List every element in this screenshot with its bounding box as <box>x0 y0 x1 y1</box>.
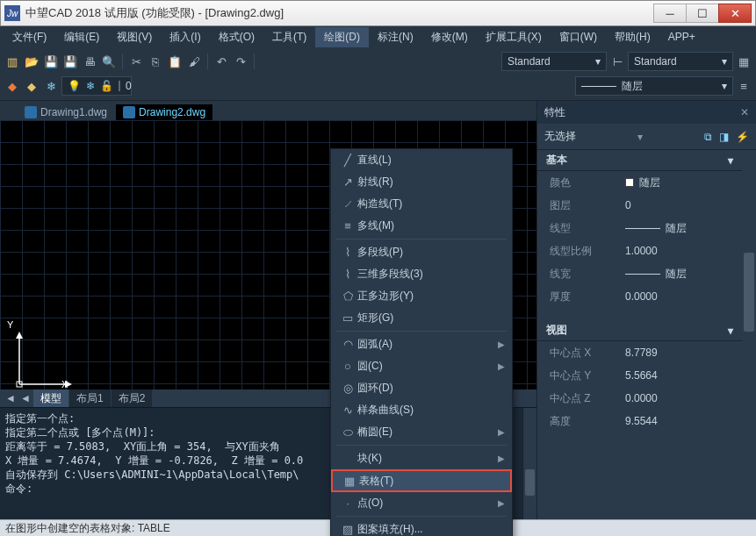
bylayer-label: 随层 <box>622 79 643 94</box>
panel-close-icon[interactable]: ✕ <box>740 106 749 118</box>
menu-item-label: 圆(C) <box>357 359 498 374</box>
layer-freeze-icon[interactable]: ❄ <box>42 77 60 95</box>
prop-key: 颜色 <box>537 175 625 190</box>
select-objects-icon[interactable]: ◨ <box>719 131 729 143</box>
cut-icon[interactable]: ✂ <box>127 53 145 70</box>
quick-select-icon[interactable]: ⧉ <box>704 131 712 143</box>
menu-item[interactable]: 文件(F) <box>4 27 55 47</box>
layer-icon[interactable]: ◆ <box>4 77 21 95</box>
menu-item[interactable]: ⌇多段线(P) <box>331 241 512 263</box>
property-row[interactable]: 线型比例1.0000 <box>537 239 742 262</box>
menu-item[interactable]: 格式(O) <box>210 27 263 47</box>
menu-item[interactable]: ▦表格(T) <box>331 469 512 492</box>
close-button[interactable]: ✕ <box>718 4 752 23</box>
section-header[interactable]: 基本▾ <box>537 150 742 171</box>
property-row[interactable]: 线宽随层 <box>537 262 742 285</box>
collapse-icon[interactable]: ▾ <box>728 325 733 337</box>
menu-item[interactable]: 帮助(H) <box>606 27 659 47</box>
menu-item[interactable]: ◠圆弧(A)▶ <box>331 333 512 355</box>
layer-state-icon[interactable]: ◆ <box>23 77 40 95</box>
menu-item[interactable]: ⬭椭圆(E)▶ <box>331 421 512 443</box>
selection-row[interactable]: 无选择 ▾ ⧉ ◨ ⚡ <box>537 124 756 150</box>
new-icon[interactable]: ▥ <box>4 53 21 70</box>
property-row[interactable]: 中心点 X8.7789 <box>537 341 742 364</box>
collapse-icon[interactable]: ▾ <box>728 154 733 167</box>
menu-item[interactable]: ◎圆环(D) <box>331 377 512 399</box>
layer-dropdown[interactable]: 💡❄🔓 0 <box>61 76 132 96</box>
preview-icon[interactable]: 🔍 <box>100 53 118 70</box>
toggle-pickadd-icon[interactable]: ⚡ <box>736 131 749 143</box>
menu-item[interactable]: ▨图案填充(H)... <box>331 518 512 536</box>
menu-item[interactable]: ╱直线(L) <box>331 149 512 171</box>
menu-item[interactable]: ⟋构造线(T) <box>331 193 512 215</box>
matchprop-icon[interactable]: 🖌 <box>185 53 203 70</box>
separator <box>122 54 123 69</box>
menu-item-label: 块(K) <box>357 451 498 466</box>
bylayer-dropdown[interactable]: 随层▾ <box>575 76 733 96</box>
property-row[interactable]: 图层0 <box>537 194 742 217</box>
scroll-arrow[interactable]: ◄ <box>4 392 18 404</box>
menu-item[interactable]: 视图(V) <box>108 27 161 47</box>
menu-item[interactable]: 插入(I) <box>161 27 209 47</box>
property-row[interactable]: 颜色随层 <box>537 171 742 194</box>
document-tab[interactable]: Drawing2.dwg <box>116 104 212 120</box>
document-tab[interactable]: Drawing1.dwg <box>18 104 114 120</box>
color-swatch <box>625 178 634 187</box>
menu-item[interactable]: 修改(M) <box>422 27 477 47</box>
menu-item[interactable]: 编辑(E) <box>55 27 108 47</box>
menu-item[interactable]: 工具(T) <box>263 27 315 47</box>
axis-x-label: X <box>61 379 68 389</box>
menu-item-icon: · <box>338 497 357 510</box>
menu-item[interactable]: APP+ <box>659 28 704 46</box>
dim-style-dropdown[interactable]: Standard▾ <box>628 52 733 71</box>
menu-item[interactable]: ·点(O)▶ <box>331 492 512 514</box>
saveall-icon[interactable]: 💾 <box>61 53 79 70</box>
table-style-icon[interactable]: ▦ <box>735 53 752 70</box>
scroll-arrow[interactable]: ◄ <box>18 392 32 404</box>
layer-name: 0 <box>126 80 132 92</box>
paste-icon[interactable]: 📋 <box>166 53 184 70</box>
selection-label: 无选择 <box>544 129 576 144</box>
menu-item[interactable]: ∿样条曲线(S) <box>331 399 512 421</box>
menu-item-icon: ↗ <box>338 175 357 189</box>
menu-item[interactable]: ⌇三维多段线(3) <box>331 263 512 285</box>
scroll-thumb[interactable] <box>744 253 754 332</box>
linetype-icon[interactable]: ≡ <box>735 77 752 95</box>
menu-item[interactable]: ↗射线(R) <box>331 171 512 193</box>
menu-item[interactable]: 窗口(W) <box>551 27 606 47</box>
print-icon[interactable]: 🖶 <box>81 53 98 70</box>
property-row[interactable]: 厚度0.0000 <box>537 285 742 308</box>
layout-tab[interactable]: 布局1 <box>69 389 111 408</box>
dimstyle-value: Standard <box>634 55 677 68</box>
layout-tab[interactable]: 模型 <box>33 389 68 408</box>
menu-item-label: 表格(T) <box>359 474 503 489</box>
cmd-scrollbar[interactable] <box>522 408 536 519</box>
copy-icon[interactable]: ⎘ <box>147 53 164 70</box>
menu-item[interactable]: 扩展工具(X) <box>477 27 551 47</box>
open-icon[interactable]: 📂 <box>23 53 40 70</box>
menu-item[interactable]: ≡多线(M) <box>331 215 512 237</box>
dim-icon[interactable]: ⊢ <box>608 53 626 70</box>
panel-scrollbar[interactable] <box>742 249 756 502</box>
menu-item[interactable]: 绘图(D) <box>315 27 369 47</box>
submenu-arrow-icon: ▶ <box>498 498 505 508</box>
property-row[interactable]: 高度9.5544 <box>537 410 742 432</box>
menu-item[interactable]: ⬠正多边形(Y) <box>331 285 512 307</box>
redo-icon[interactable]: ↷ <box>232 53 249 70</box>
layout-tab[interactable]: 布局2 <box>112 389 153 408</box>
undo-icon[interactable]: ↶ <box>212 53 230 70</box>
property-row[interactable]: 线型随层 <box>537 217 742 239</box>
standard-style-dropdown[interactable]: Standard▾ <box>501 52 607 71</box>
scroll-thumb[interactable] <box>525 469 535 496</box>
save-icon[interactable]: 💾 <box>42 53 60 70</box>
maximize-button[interactable]: ☐ <box>686 4 719 23</box>
menu-item[interactable]: ▭矩形(G) <box>331 307 512 329</box>
property-row[interactable]: 中心点 Y5.5664 <box>537 364 742 387</box>
menu-item[interactable]: ○圆(C)▶ <box>331 355 512 377</box>
property-row[interactable]: 中心点 Z0.0000 <box>537 387 742 410</box>
section-header[interactable]: 视图▾ <box>537 320 742 341</box>
menu-item[interactable]: 块(K)▶ <box>331 447 512 469</box>
menu-item[interactable]: 标注(N) <box>369 27 422 47</box>
minimize-button[interactable]: ─ <box>653 4 687 23</box>
toolbar-area: ▥ 📂 💾 💾 🖶 🔍 ✂ ⎘ 📋 🖌 ↶ ↷ Standard▾ ⊢ Stan… <box>0 47 756 101</box>
